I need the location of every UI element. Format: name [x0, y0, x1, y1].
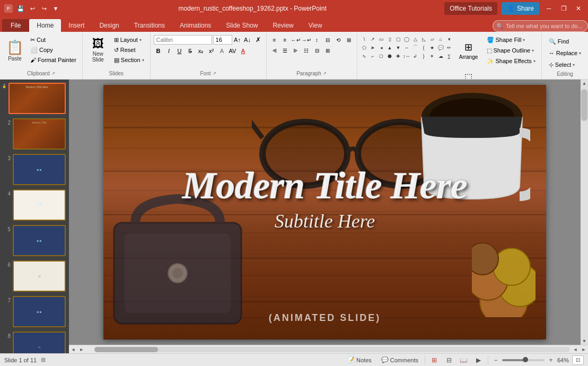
text-shadow-button[interactable]: A: [217, 46, 227, 56]
italic-button[interactable]: I: [164, 46, 174, 56]
slide-thumbnail-5[interactable]: ■ ■: [13, 225, 66, 256]
tab-insert[interactable]: Insert: [61, 19, 92, 32]
shape-rounded-rect[interactable]: ▢: [394, 35, 402, 43]
align-center-button[interactable]: ☰: [280, 46, 290, 55]
shape-fill-button[interactable]: 🪣 Shape Fill ▾: [484, 35, 538, 45]
shape-pentagon[interactable]: ⬠: [361, 43, 368, 51]
slide-main-title[interactable]: Modern Title Here: [126, 167, 524, 205]
columns-button[interactable]: ⊟: [323, 35, 332, 45]
normal-view-button[interactable]: ⊞: [428, 355, 440, 365]
close-button[interactable]: ✕: [573, 3, 584, 14]
tab-transitions[interactable]: Transitions: [127, 19, 172, 32]
scroll-left-button[interactable]: ◄: [571, 345, 580, 354]
shape-outline-button[interactable]: ⬚ Shape Outline ▾: [484, 46, 538, 55]
tab-review[interactable]: Review: [265, 19, 301, 32]
tab-design[interactable]: Design: [92, 19, 126, 32]
shape-octagon[interactable]: ⬣: [386, 52, 394, 60]
slide-thumb-6[interactable]: 6 ⊙: [2, 259, 67, 293]
find-button[interactable]: 🔍 Find: [545, 36, 573, 47]
tab-home[interactable]: Home: [29, 19, 61, 32]
arrange-button[interactable]: ⊞ Arrange: [457, 35, 481, 66]
font-color-button[interactable]: A: [239, 46, 248, 56]
slideshow-view-button[interactable]: ▶: [473, 355, 485, 365]
slide-thumb-1[interactable]: 1 ★ Modern Title Here: [2, 82, 67, 115]
slide-thumb-5[interactable]: 5 ■ ■: [2, 224, 67, 257]
shape-arrow-d[interactable]: ▼: [394, 43, 402, 51]
replace-button[interactable]: ↔ Replace ▾: [545, 48, 585, 58]
shape-rect[interactable]: ▭: [378, 35, 385, 43]
paragraph-expand-icon[interactable]: ↗: [323, 71, 327, 76]
slide-thumbnail-8[interactable]: ✏: [13, 332, 66, 353]
share-button[interactable]: 👤 Share: [502, 2, 539, 15]
select-button[interactable]: ⊹ Select ▾: [545, 59, 579, 70]
layout-button[interactable]: ⊞ Layout ▾: [111, 35, 147, 45]
align-left-button[interactable]: ⫷: [270, 46, 279, 55]
office-tutorials-button[interactable]: Office Tutorials: [444, 2, 497, 15]
shape-4arrow[interactable]: ↕↔: [403, 52, 411, 60]
format-painter-button[interactable]: 🖌 Format Painter: [28, 55, 79, 65]
save-button[interactable]: 💾: [16, 4, 25, 13]
shape-rect2[interactable]: ▯: [386, 35, 394, 43]
restore-button[interactable]: ❐: [558, 3, 569, 14]
scroll-down-button[interactable]: ▼: [581, 337, 588, 345]
scroll-right-button[interactable]: ►: [580, 345, 588, 354]
reset-button[interactable]: ↺ Reset: [111, 45, 147, 55]
hscroll-track[interactable]: [94, 347, 570, 352]
slide-title-area[interactable]: Modern Title Here Subtitle Here: [126, 167, 524, 232]
shape-rtri[interactable]: ◺: [420, 35, 428, 43]
shape-curved[interactable]: ⌒: [411, 43, 419, 51]
shape-brace[interactable]: }: [420, 52, 428, 60]
zoom-plus-button[interactable]: +: [547, 356, 555, 364]
slide-subtitle[interactable]: Subtitle Here: [126, 210, 524, 232]
tab-animations[interactable]: Animations: [172, 19, 218, 32]
superscript-button[interactable]: x²: [207, 46, 216, 56]
shape-callout[interactable]: 💬: [437, 43, 445, 51]
slide-thumb-2[interactable]: 2 Modern Title: [2, 117, 67, 151]
shape-arrow-l[interactable]: ◂: [378, 43, 385, 51]
new-slide-button[interactable]: 🖼 New Slide: [86, 35, 110, 66]
shape-curve[interactable]: ∿: [361, 52, 368, 60]
font-name-input[interactable]: [154, 35, 212, 45]
customize-button[interactable]: ▼: [51, 4, 60, 13]
bullets-button[interactable]: ≡: [270, 35, 279, 45]
shape-connector[interactable]: ⌐: [369, 52, 377, 60]
shape-tri[interactable]: △: [411, 35, 419, 43]
slide-sorter-button[interactable]: ⊟: [443, 355, 455, 365]
line-spacing-button[interactable]: ↕: [312, 35, 322, 45]
shape-equation[interactable]: ∑: [445, 52, 453, 60]
slide-canvas[interactable]: Modern Title Here Subtitle Here (ANIMATE…: [103, 85, 546, 339]
convert-button[interactable]: ⊞: [344, 35, 354, 45]
scroll-thumb-v[interactable]: [581, 89, 587, 121]
tab-file[interactable]: File: [2, 19, 29, 32]
slide-thumb-4[interactable]: 4 📄: [2, 188, 67, 222]
shape-ellipse[interactable]: ◯: [403, 35, 411, 43]
strikethrough-button[interactable]: S̶: [186, 46, 195, 56]
subscript-button[interactable]: x₂: [196, 46, 206, 56]
minimize-button[interactable]: ─: [543, 3, 554, 14]
shape-star[interactable]: ★: [428, 43, 436, 51]
shape-arrow-r[interactable]: ➤: [369, 43, 377, 51]
slide-thumbnail-7[interactable]: ■ ■: [13, 296, 66, 327]
shape-arrow-dbl[interactable]: ↔: [403, 43, 411, 51]
canvas-vertical-scrollbar[interactable]: ▲ ▼: [581, 80, 588, 345]
zoom-handle[interactable]: [523, 357, 528, 362]
justify-button[interactable]: ☷: [302, 46, 311, 55]
shape-hexagon[interactable]: ⬡: [378, 52, 385, 60]
shape-para[interactable]: ▱: [428, 35, 436, 43]
paste-button[interactable]: 📋 Paste: [3, 35, 27, 66]
underline-button[interactable]: U: [175, 46, 185, 56]
shape-line[interactable]: \: [361, 35, 368, 43]
shape-arrow-line[interactable]: ↗: [369, 35, 377, 43]
shape-more[interactable]: ▾: [445, 35, 453, 43]
hscroll-thumb[interactable]: [94, 347, 158, 352]
tab-slideshow[interactable]: Slide Show: [218, 19, 265, 32]
slide-thumbnail-3[interactable]: ■ ■: [13, 154, 66, 185]
redo-button[interactable]: ↪: [39, 4, 49, 13]
copy-button[interactable]: ⬜ Copy: [28, 45, 79, 55]
increase-font-button[interactable]: A↑: [233, 35, 242, 45]
slide-thumb-7[interactable]: 7 ■ ■: [2, 295, 67, 328]
clear-format-button[interactable]: ✗: [253, 35, 263, 45]
scroll-track-v[interactable]: [581, 87, 588, 337]
increase-indent-button[interactable]: →↵: [302, 35, 311, 45]
cut-button[interactable]: ✂ Cut: [28, 35, 79, 45]
